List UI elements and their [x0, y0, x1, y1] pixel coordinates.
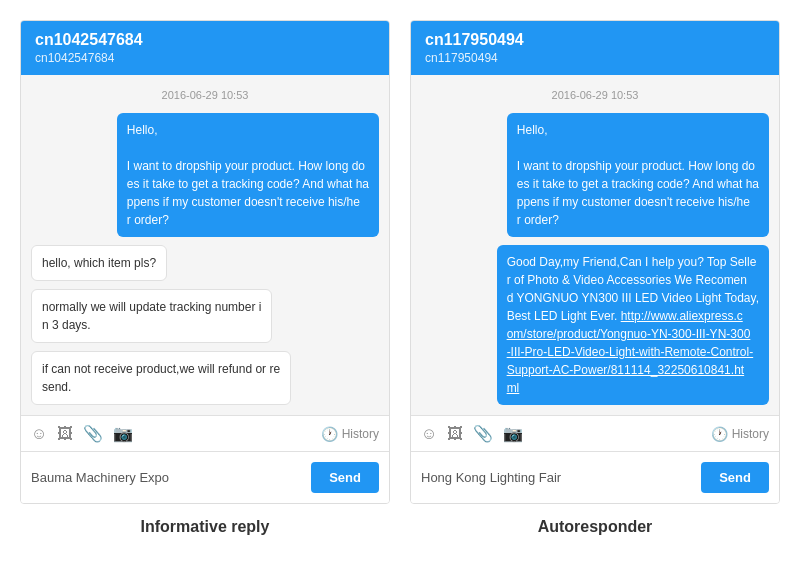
- msg-bubble-sent-1b: normally we will update tracking number …: [31, 289, 272, 343]
- emoji-icon-2[interactable]: ☺: [421, 425, 437, 443]
- footer-label-1: Bauma Machinery Expo: [31, 470, 303, 485]
- timestamp-2: 2016-06-29 10:53: [421, 89, 769, 101]
- msg-bubble-received-1: Hello,I want to dropship your product. H…: [117, 113, 379, 237]
- chat-messages-2: 2016-06-29 10:53 Hello,I want to dropshi…: [411, 75, 779, 415]
- panel-2-label: Autoresponder: [410, 518, 780, 536]
- send-button-2[interactable]: Send: [701, 462, 769, 493]
- timestamp-1: 2016-06-29 10:53: [31, 89, 379, 101]
- paperclip-icon-1[interactable]: 📎: [83, 424, 103, 443]
- chat-messages-1: 2016-06-29 10:53 Hello,I want to dropshi…: [21, 75, 389, 415]
- chat-toolbar-2: ☺ 🖼 📎 📷 🕐 History: [411, 415, 779, 451]
- chat-footer-2: Hong Kong Lighting Fair Send: [411, 451, 779, 503]
- send-button-1[interactable]: Send: [311, 462, 379, 493]
- history-button-2[interactable]: 🕐 History: [711, 426, 769, 442]
- image-icon-1[interactable]: 🖼: [57, 425, 73, 443]
- clock-icon-2: 🕐: [711, 426, 728, 442]
- msg-bubble-sent-1c: if can not receive product,we will refun…: [31, 351, 291, 405]
- history-label-1: History: [342, 427, 379, 441]
- product-link[interactable]: http://www.aliexpress.com/store/product/…: [507, 309, 754, 395]
- chat-footer-1: Bauma Machinery Expo Send: [21, 451, 389, 503]
- chat-toolbar-1: ☺ 🖼 📎 📷 🕐 History: [21, 415, 389, 451]
- chat-panel-2: cn117950494 cn117950494 2016-06-29 10:53…: [410, 20, 780, 504]
- toolbar-left-1: ☺ 🖼 📎 📷: [31, 424, 133, 443]
- chat-header-2: cn117950494 cn117950494: [411, 21, 779, 75]
- footer-label-2: Hong Kong Lighting Fair: [421, 470, 693, 485]
- clock-icon-1: 🕐: [321, 426, 338, 442]
- panels-container: cn1042547684 cn1042547684 2016-06-29 10:…: [20, 20, 780, 504]
- screenshot-icon-1[interactable]: 📷: [113, 424, 133, 443]
- msg-bubble-received-2: Hello,I want to dropship your product. H…: [507, 113, 769, 237]
- subname-1: cn1042547684: [35, 51, 375, 65]
- username-2: cn117950494: [425, 31, 765, 49]
- panel-1-label: Informative reply: [20, 518, 390, 536]
- username-1: cn1042547684: [35, 31, 375, 49]
- history-button-1[interactable]: 🕐 History: [321, 426, 379, 442]
- chat-panel-1: cn1042547684 cn1042547684 2016-06-29 10:…: [20, 20, 390, 504]
- history-label-2: History: [732, 427, 769, 441]
- image-icon-2[interactable]: 🖼: [447, 425, 463, 443]
- emoji-icon-1[interactable]: ☺: [31, 425, 47, 443]
- chat-header-1: cn1042547684 cn1042547684: [21, 21, 389, 75]
- paperclip-icon-2[interactable]: 📎: [473, 424, 493, 443]
- screenshot-icon-2[interactable]: 📷: [503, 424, 523, 443]
- subname-2: cn117950494: [425, 51, 765, 65]
- labels-container: Informative reply Autoresponder: [20, 518, 780, 536]
- msg-bubble-sent-1a: hello, which item pls?: [31, 245, 167, 281]
- msg-bubble-sent-2a: Good Day,my Friend,Can I help you? Top S…: [497, 245, 769, 405]
- toolbar-left-2: ☺ 🖼 📎 📷: [421, 424, 523, 443]
